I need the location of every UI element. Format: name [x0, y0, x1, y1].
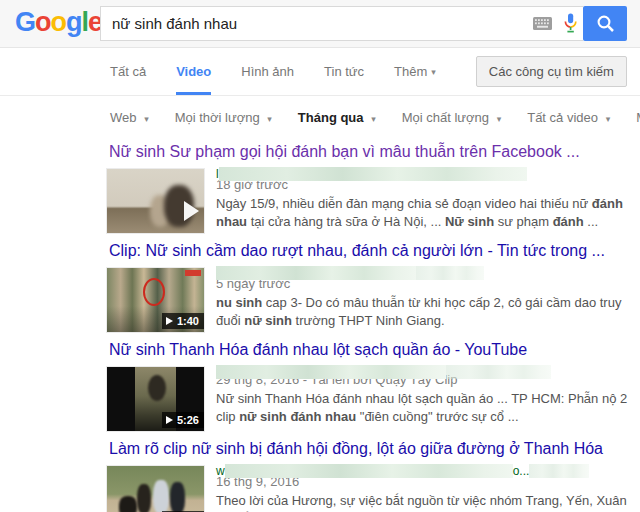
- thumbnail-figure: [119, 496, 137, 512]
- video-thumbnail[interactable]: 0:01: [107, 466, 204, 512]
- keyboard-icon[interactable]: [527, 17, 558, 30]
- search-result: Nữ sinh Sư phạm gọi hội đánh bạn vì mâu …: [107, 142, 630, 233]
- thumbnail-figure: [185, 270, 201, 276]
- filter-label: Web: [110, 110, 137, 125]
- logo-letter: o: [51, 7, 67, 38]
- filter-quality[interactable]: Mọi chất lượng ▾: [402, 110, 501, 125]
- redacted-url-bar: [219, 167, 527, 181]
- tab-label: Hình ảnh: [241, 64, 294, 79]
- result-title-link[interactable]: Nữ sinh Thanh Hóa đánh nhau lột sạch quầ…: [109, 340, 630, 360]
- result-type-tabs: Tất cả Video Hình ảnh Tin tức Thêm▾ Các …: [0, 48, 640, 96]
- play-icon: [166, 416, 173, 424]
- filter-label: Mọi chất lượng: [402, 110, 489, 125]
- chevron-down-icon: ▾: [431, 67, 436, 77]
- search-header: Google: [0, 0, 640, 48]
- filter-duration[interactable]: Mọi thời lượng ▾: [175, 110, 272, 125]
- filter-label: Mọi nguồn: [636, 110, 640, 125]
- redacted-url-bar: [529, 464, 589, 478]
- duration-badge: 1:40: [162, 313, 204, 329]
- logo-letter: g: [66, 7, 82, 38]
- search-input[interactable]: [101, 15, 527, 32]
- highlight-circle: [143, 278, 165, 306]
- filter-label: Tất cả video: [527, 110, 598, 125]
- result-snippet: Nữ sinh Thanh Hóa đánh nhau lột sạch quầ…: [216, 390, 630, 426]
- thumbnail-figure: [153, 480, 169, 512]
- video-thumbnail[interactable]: [107, 169, 204, 233]
- filter-web[interactable]: Web ▾: [110, 110, 149, 125]
- thumbnail-figure: [170, 482, 185, 512]
- play-icon: [184, 201, 199, 221]
- video-thumbnail[interactable]: 5:26: [107, 367, 204, 431]
- search-result: Làm rõ clip nữ sinh bị đánh hội đồng, lộ…: [107, 439, 630, 512]
- redacted-url-bar: [416, 266, 484, 280]
- redacted-url-bar: [216, 365, 446, 379]
- tab-label: Tất cả: [110, 64, 146, 79]
- chevron-down-icon: ▾: [267, 114, 272, 124]
- chevron-down-icon: ▾: [606, 114, 611, 124]
- search-box: [100, 6, 583, 41]
- duration-badge: 5:26: [162, 412, 204, 428]
- thumbnail-figure: [137, 484, 151, 512]
- filter-source[interactable]: Mọi nguồn ▾: [636, 110, 640, 125]
- result-snippet: nu sinh cap 3- Do có mâu thuẫn từ khi họ…: [216, 294, 630, 330]
- result-url-fragment: w: [216, 464, 225, 478]
- results-list: Nữ sinh Sư phạm gọi hội đánh bạn vì mâu …: [0, 138, 640, 512]
- redacted-url-bar: [216, 266, 416, 280]
- search-icon: [596, 14, 615, 33]
- result-snippet: Ngày 15/9, nhiều diễn đàn mạng chia sẻ đ…: [216, 195, 630, 231]
- filter-all-videos[interactable]: Tất cả video ▾: [527, 110, 610, 125]
- search-result: Clip: Nữ sinh cầm dao rượt nhau, đánh cả…: [107, 241, 630, 332]
- logo-letter: G: [15, 7, 35, 38]
- thumbnail-figure: [148, 375, 166, 401]
- tab-tat-ca[interactable]: Tất cả: [110, 48, 146, 95]
- redacted-url-bar: [225, 464, 513, 478]
- microphone-icon[interactable]: [558, 13, 583, 34]
- filter-label: Tháng qua: [298, 110, 364, 125]
- redacted-url-bar: [446, 365, 551, 379]
- google-logo[interactable]: Google: [15, 7, 102, 38]
- result-title-link[interactable]: Làm rõ clip nữ sinh bị đánh hội đồng, lộ…: [109, 439, 630, 459]
- result-snippet: Theo lời của Hương, sự việc bắt nguồn từ…: [216, 492, 630, 512]
- filter-time-thang-qua[interactable]: Tháng qua ▾: [298, 110, 376, 125]
- result-url-fragment: o...: [513, 464, 530, 478]
- tab-video[interactable]: Video: [176, 48, 211, 95]
- tab-hinh-anh[interactable]: Hình ảnh: [241, 48, 294, 95]
- play-icon: [166, 317, 173, 325]
- search-button[interactable]: [583, 6, 627, 41]
- chevron-down-icon: ▾: [371, 114, 376, 124]
- video-thumbnail[interactable]: 1:40: [107, 268, 204, 332]
- search-tools-button[interactable]: Các công cụ tìm kiếm: [476, 56, 627, 87]
- result-title-link[interactable]: Nữ sinh Sư phạm gọi hội đánh bạn vì mâu …: [109, 142, 630, 162]
- tab-label: Video: [176, 64, 211, 79]
- video-filters: Web ▾ Mọi thời lượng ▾ Tháng qua ▾ Mọi c…: [0, 96, 640, 138]
- chevron-down-icon: ▾: [497, 114, 502, 124]
- filter-label: Mọi thời lượng: [175, 110, 260, 125]
- tab-them[interactable]: Thêm▾: [394, 48, 436, 95]
- tab-tin-tuc[interactable]: Tin tức: [324, 48, 364, 95]
- tab-label: Tin tức: [324, 64, 364, 79]
- logo-letter: o: [35, 7, 51, 38]
- chevron-down-icon: ▾: [144, 114, 149, 124]
- result-title-link[interactable]: Clip: Nữ sinh cầm dao rượt nhau, đánh cả…: [109, 241, 630, 261]
- search-result: Nữ sinh Thanh Hóa đánh nhau lột sạch quầ…: [107, 340, 630, 431]
- tab-label: Thêm: [394, 64, 427, 79]
